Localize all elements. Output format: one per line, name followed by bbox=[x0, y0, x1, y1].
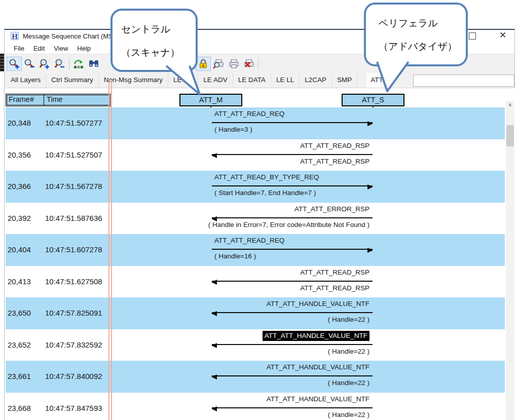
arrowhead-icon bbox=[211, 311, 217, 316]
timestamp: 10:47:57.825091 bbox=[45, 309, 102, 317]
toolbar-separator bbox=[69, 58, 69, 70]
message-params: ( Handle=22 ) bbox=[328, 347, 369, 357]
frame-number: 20,348 bbox=[8, 119, 31, 127]
message-label[interactable]: ATT_ATT_READ_REQ bbox=[214, 109, 284, 119]
arrowhead-icon bbox=[367, 248, 373, 253]
arrowhead-icon bbox=[367, 184, 373, 189]
arrowhead-icon bbox=[211, 406, 217, 411]
tab-le-adv[interactable]: LE ADV bbox=[198, 73, 233, 88]
tab-le-bb[interactable]: LE BB bbox=[168, 73, 198, 88]
timestamp: 10:47:51.527507 bbox=[45, 150, 102, 159]
timestamp: 10:47:57.847593 bbox=[45, 404, 102, 412]
timestamp: 10:47:57.832592 bbox=[45, 340, 102, 349]
callout-peripheral-line2: （アドバタイザ） bbox=[379, 40, 457, 53]
app-icon: H bbox=[11, 32, 19, 40]
scrollbar-thumb[interactable] bbox=[506, 125, 514, 146]
msc-chart-area: Frame# Time ATT_M ATT_S 20,34810:47:51.5… bbox=[5, 88, 515, 420]
message-params: ( Handle=22 ) bbox=[328, 315, 369, 325]
frame-number: 23,668 bbox=[8, 404, 31, 412]
protocol-lock-icon[interactable] bbox=[196, 57, 211, 71]
message-arrow bbox=[212, 407, 373, 408]
frame-number: 23,652 bbox=[8, 340, 31, 349]
timestamp: 10:47:51.607278 bbox=[45, 245, 102, 254]
tab-att[interactable]: ATT bbox=[365, 73, 389, 88]
message-arrow bbox=[212, 312, 373, 313]
tab-l2cap[interactable]: L2CAP bbox=[300, 73, 332, 88]
timestamp: 10:47:51.627508 bbox=[45, 277, 102, 286]
goto-frame-icon[interactable] bbox=[71, 57, 86, 71]
message-label[interactable]: ATT_ATT_READ_RSP bbox=[300, 268, 369, 278]
print-preview-icon[interactable] bbox=[211, 57, 226, 71]
message-arrow bbox=[212, 281, 373, 282]
menu-help[interactable]: Help bbox=[72, 45, 95, 52]
find-icon[interactable] bbox=[86, 57, 101, 71]
cancel-print-icon[interactable] bbox=[241, 57, 256, 71]
menu-file[interactable]: File bbox=[9, 45, 29, 52]
lifeline-header-att-m[interactable]: ATT_M bbox=[179, 94, 242, 106]
vertical-scrollbar[interactable]: ∧ bbox=[506, 101, 514, 420]
frame-number: 20,404 bbox=[8, 245, 31, 254]
frame-time-header[interactable]: Frame# Time bbox=[6, 94, 112, 106]
timestamp: 10:47:57.840092 bbox=[45, 372, 102, 380]
message-label[interactable]: ATT_ATT_ERROR_RSP bbox=[294, 204, 369, 214]
pane-divider-marker[interactable] bbox=[108, 80, 112, 420]
message-arrow bbox=[212, 375, 373, 376]
scroll-up-arrow-icon[interactable]: ∧ bbox=[506, 101, 514, 109]
callout-peripheral: ペリフェラル （アドバタイザ） bbox=[364, 3, 468, 66]
frame-number: 20,366 bbox=[8, 182, 31, 190]
zoom-in-vertical-icon[interactable] bbox=[37, 57, 52, 71]
layer-tab-bar: All LayersCtrl SummaryNon-Msg SummaryLE … bbox=[5, 73, 514, 88]
timestamp: 10:47:51.587636 bbox=[45, 214, 102, 222]
message-label[interactable]: ATT_ATT_HANDLE_VALUE_NTF bbox=[267, 394, 369, 404]
msc-row[interactable]: 20,39210:47:51.587636ATT_ATT_ERROR_RSP( … bbox=[6, 203, 505, 235]
arrowhead-icon bbox=[211, 374, 217, 379]
zoom-in-horizontal-icon[interactable] bbox=[7, 57, 22, 71]
message-arrow bbox=[212, 185, 373, 186]
message-label[interactable]: ATT_ATT_READ_BY_TYPE_REQ bbox=[214, 172, 319, 182]
arrowhead-icon bbox=[211, 153, 217, 158]
tab-le-ll[interactable]: LE LL bbox=[271, 73, 300, 88]
tab-search-input[interactable] bbox=[413, 74, 514, 87]
message-label[interactable]: ATT_ATT_HANDLE_VALUE_NTF bbox=[267, 362, 369, 372]
msc-row[interactable]: 20,41310:47:51.627508ATT_ATT_READ_RSPATT… bbox=[6, 266, 505, 298]
tab-le-data[interactable]: LE DATA bbox=[233, 73, 271, 88]
msc-window: H Message Sequence Chart (MSC) ✕ FileEdi… bbox=[4, 29, 515, 420]
frame-number: 20,392 bbox=[8, 214, 31, 222]
timestamp: 10:47:51.567278 bbox=[45, 182, 102, 190]
message-label[interactable]: ATT_ATT_HANDLE_VALUE_NTF bbox=[263, 331, 369, 341]
message-params: ATT_ATT_READ_RSP bbox=[300, 157, 369, 167]
message-label[interactable]: ATT_ATT_HANDLE_VALUE_NTF bbox=[267, 299, 369, 309]
tab-smp[interactable]: SMP bbox=[332, 73, 357, 88]
zoom-out-vertical-icon[interactable] bbox=[52, 57, 67, 71]
frame-number: 20,356 bbox=[8, 150, 31, 159]
frame-number: 20,413 bbox=[8, 277, 31, 286]
lifeline-header-att-s[interactable]: ATT_S bbox=[342, 94, 404, 106]
msc-row[interactable]: 23,65210:47:57.832592ATT_ATT_HANDLE_VALU… bbox=[6, 329, 505, 361]
msc-row[interactable]: 20,34810:47:51.507277ATT_ATT_READ_REQ( H… bbox=[6, 107, 505, 139]
menu-view[interactable]: View bbox=[49, 45, 72, 52]
message-params: ( Start Handle=7, End Handle=7 ) bbox=[214, 188, 316, 198]
callout-central-line2: （スキャナ） bbox=[121, 46, 180, 59]
msc-row[interactable]: 20,35610:47:51.527507ATT_ATT_READ_RSPATT… bbox=[6, 139, 505, 171]
message-params: ( Handle=16 ) bbox=[214, 251, 256, 261]
msc-row[interactable]: 23,65010:47:57.825091ATT_ATT_HANDLE_VALU… bbox=[6, 297, 505, 329]
arrowhead-icon bbox=[367, 121, 373, 126]
msc-row[interactable]: 20,36610:47:51.567278ATT_ATT_READ_BY_TYP… bbox=[6, 171, 505, 203]
frame-column-header[interactable]: Frame# bbox=[6, 94, 44, 106]
menu-edit[interactable]: Edit bbox=[29, 45, 49, 52]
print-icon[interactable] bbox=[226, 57, 241, 71]
msc-row[interactable]: 23,66110:47:57.840092ATT_ATT_HANDLE_VALU… bbox=[6, 361, 505, 393]
tab-ctrl-summary[interactable]: Ctrl Summary bbox=[46, 73, 99, 88]
close-button[interactable]: ✕ bbox=[499, 30, 506, 41]
msc-rows: 20,34810:47:51.507277ATT_ATT_READ_REQ( H… bbox=[6, 107, 505, 420]
msc-row[interactable]: 23,66810:47:57.847593ATT_ATT_HANDLE_VALU… bbox=[6, 393, 505, 420]
maximize-button[interactable] bbox=[469, 32, 476, 40]
message-label[interactable]: ATT_ATT_READ_RSP bbox=[300, 141, 369, 151]
tab-all-layers[interactable]: All Layers bbox=[6, 73, 46, 88]
time-column-header[interactable]: Time bbox=[44, 94, 63, 106]
zoom-out-horizontal-icon[interactable] bbox=[22, 57, 37, 71]
screen-edge-grip bbox=[0, 54, 4, 71]
message-label[interactable]: ATT_ATT_READ_REQ bbox=[214, 236, 284, 246]
msc-row[interactable]: 20,40410:47:51.607278ATT_ATT_READ_REQ( H… bbox=[6, 234, 505, 266]
message-params: ( Handle in Error=7, Error code=Attribut… bbox=[208, 220, 369, 230]
